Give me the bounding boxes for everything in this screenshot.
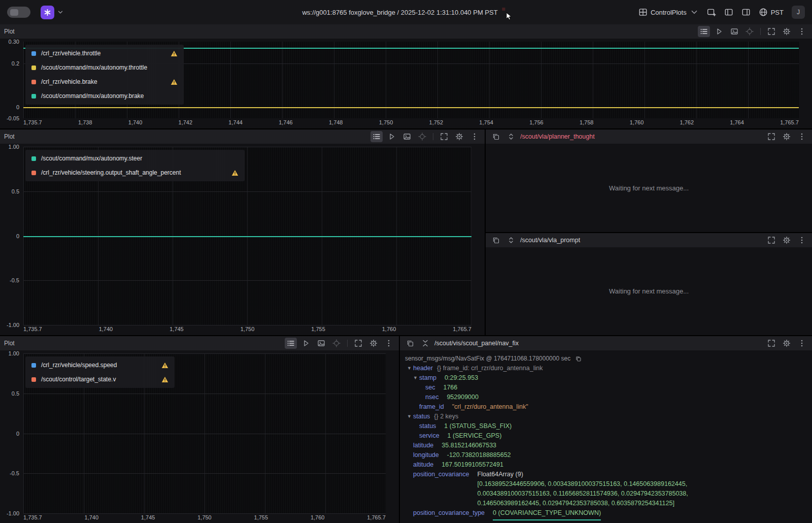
more-menu-button[interactable] [468,131,481,142]
fullscreen-button[interactable] [352,338,364,349]
legend-item[interactable]: /scout/control/target_state.v [30,372,170,386]
topic-path-stepper[interactable] [505,235,517,246]
settings-button[interactable] [453,131,465,142]
message-field-row[interactable]: frame_id "crl_rzr/duro_antenna_link" [405,402,807,412]
vla-prompt-header[interactable]: /scout/vla/vla_prompt [486,233,812,247]
more-menu-button[interactable] [796,235,808,246]
message-field-row[interactable]: position_covariance_type 0 (COVARIANCE_T… [405,508,807,520]
sync-crosshair-button[interactable] [330,338,343,349]
topic-name[interactable]: /scout/vis/scout_panel/nav_fix [434,340,519,347]
legend-toggle-button[interactable] [370,131,383,142]
topic-name[interactable]: /scout/vla/vla_prompt [520,237,580,244]
message-field-row[interactable]: ▼ header {} frame_id: crl_rzr/duro_anten… [405,364,807,373]
series-color-chip[interactable] [31,363,36,368]
settings-button[interactable] [367,338,380,349]
message-field-row[interactable]: latitude 35.8152146067533 [405,441,807,450]
export-image-button[interactable] [401,131,413,142]
recording-indicator[interactable] [504,9,510,15]
message-field-row[interactable]: longitude -120.73820188885652 [405,450,807,460]
plot-bottom-header[interactable]: Plot [0,336,399,350]
settings-button[interactable] [781,26,793,37]
fullscreen-button[interactable] [765,26,777,37]
message-field-row[interactable]: altitude 167.50199105572491 [405,460,807,470]
series-color-chip[interactable] [31,156,36,161]
left-sidebar-icon [724,8,733,17]
legend-toggle-button[interactable] [698,26,710,37]
field-key: status [419,421,436,431]
plot-canvas[interactable]: /crl_rzr/vehicle.throttle /scout/command… [23,42,799,118]
copy-message-button[interactable] [404,338,416,349]
field-value-block: 0:29:25.953 [445,373,478,383]
legend-toggle-button[interactable] [285,338,297,349]
timezone-button[interactable]: PST [759,8,784,17]
settings-button[interactable] [781,235,793,246]
sync-crosshair-button[interactable] [416,131,428,142]
collapse-all-button[interactable] [419,338,431,349]
legend-item[interactable]: /scout/command/mux/autonomy.steer [30,151,240,166]
legend-item[interactable]: /crl_rzr/vehicle/steering.output_shaft_a… [30,166,240,180]
legend-item[interactable]: /crl_rzr/vehicle.brake [30,75,179,89]
nav-fix-header[interactable]: /scout/vis/scout_panel/nav_fix [400,336,812,350]
series-color-chip[interactable] [31,66,36,70]
play-button[interactable] [300,338,312,349]
legend-item[interactable]: /crl_rzr/vehicle/speed.speed [30,358,170,372]
legend-item[interactable]: /crl_rzr/vehicle.throttle [30,46,179,60]
y-axis: 1.000.50-0.5-1.00 [3,353,23,513]
plot-panel-bottom: Plot 1.000.50-0.5-1.0 [0,336,399,523]
connection-status[interactable]: ws://g001:8765 foxglove_bridge / 2025-12… [302,0,510,24]
export-image-button[interactable] [315,338,327,349]
series-color-chip[interactable] [31,171,36,175]
more-menu-button[interactable] [383,338,395,349]
expand-caret-icon[interactable]: ▼ [407,412,413,421]
settings-button[interactable] [781,338,793,349]
topic-name[interactable]: /scout/vla/planner_thought [520,133,595,140]
fullscreen-button[interactable] [765,235,777,246]
x-tick-label: 1,735.7 [23,119,42,127]
message-field-row[interactable]: status 1 (STATUS_SBAS_FIX) [405,421,807,431]
legend-item[interactable]: /scout/command/mux/autonomy.brake [30,89,179,103]
plot-top-header[interactable]: Plot [0,24,812,39]
copy-message-button[interactable] [490,131,502,142]
copy-message-button[interactable] [490,235,502,246]
message-field-row[interactable]: ▼ stamp 0:29:25.953 [405,373,807,383]
fullscreen-button[interactable] [765,338,777,349]
more-menu-button[interactable] [796,131,808,142]
topic-path-stepper[interactable] [505,131,517,142]
expand-caret-icon[interactable]: ▼ [407,364,413,373]
left-sidebar-toggle[interactable] [724,8,733,17]
field-value: -120.73820188885652 [447,450,511,460]
user-avatar-button[interactable]: J [792,6,805,19]
series-color-chip[interactable] [31,94,36,99]
series-color-chip[interactable] [31,51,36,56]
message-field-row[interactable]: sec 1766 [405,383,807,393]
series-color-chip[interactable] [31,80,36,84]
fullscreen-icon [767,133,775,141]
message-field-row[interactable]: nsec 952909000 [405,393,807,402]
more-menu-button[interactable] [796,26,808,37]
fullscreen-button[interactable] [438,131,450,142]
settings-button[interactable] [781,131,793,142]
right-sidebar-toggle[interactable] [741,8,751,17]
app-menu-button[interactable] [41,6,64,19]
sync-crosshair-button[interactable] [743,26,756,37]
add-panel-button[interactable] [707,8,716,17]
play-button[interactable] [713,26,725,37]
play-button[interactable] [386,131,398,142]
legend-item[interactable]: /scout/command/mux/autonomy.throttle [30,60,179,75]
layout-menu-button[interactable]: ControlPlots [638,8,699,17]
more-menu-button[interactable] [796,338,808,349]
expand-caret-icon[interactable]: ▼ [413,373,419,383]
x-tick-label: 1,760 [630,119,644,127]
export-image-button[interactable] [728,26,740,37]
message-field-row[interactable]: position_covariance Float64Array (9) [0.… [405,470,807,508]
series-color-chip[interactable] [31,377,36,382]
message-field-row[interactable]: service 1 (SERVICE_GPS) [405,431,807,441]
planner-thought-header[interactable]: /scout/vla/planner_thought [486,129,812,144]
plot-mid-header[interactable]: Plot [0,129,485,144]
copy-timestamp-button[interactable] [573,354,583,363]
plot-canvas[interactable]: /scout/command/mux/autonomy.steer /crl_r… [23,147,471,325]
message-field-row[interactable]: ▼ status {} 2 keys [405,412,807,421]
fullscreen-button[interactable] [765,131,777,142]
timezone-globe-icon [759,8,768,17]
plot-canvas[interactable]: /crl_rzr/vehicle/speed.speed /scout/cont… [23,353,386,513]
